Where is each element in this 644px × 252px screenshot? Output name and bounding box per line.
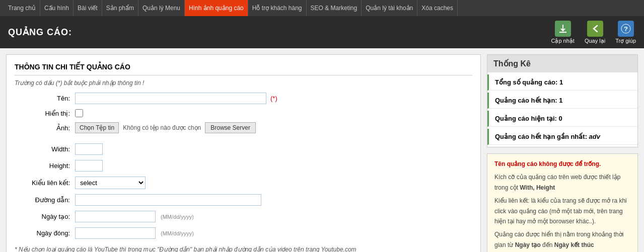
nearest-value: adv bbox=[589, 133, 600, 140]
svg-text:?: ? bbox=[624, 25, 628, 33]
stats-item-expired: Quảng cáo hết hạn: 1 bbox=[487, 93, 637, 109]
ten-input[interactable] bbox=[75, 93, 266, 104]
required-note: Trường có dấu (*) bắt buộc phải nhập thô… bbox=[15, 79, 472, 87]
ngay-dong-field: (MM/dd/yyyy) bbox=[75, 227, 472, 239]
sidebar: Thống Kê Tổng số quảng cáo: 1 Quảng cáo … bbox=[487, 54, 638, 252]
hien-thi-label: Hiển thị: bbox=[15, 110, 75, 117]
width-input[interactable] bbox=[75, 143, 103, 155]
header-bar: QUẢNG CÁO: Cập nhật Quay lại bbox=[0, 16, 644, 48]
width-field bbox=[75, 143, 472, 155]
ten-row: Tên: (*) bbox=[15, 93, 472, 104]
info-item-3: Quảng cáo được hiển thị nằm trong khoảng… bbox=[494, 229, 630, 250]
kieu-lien-ket-select[interactable]: select Trang mới Trang hiện tại bbox=[75, 177, 146, 189]
header-actions: Cập nhật Quay lại ? Trợ giúp bbox=[551, 21, 636, 44]
nav-trang-chu[interactable]: Trang chủ bbox=[4, 0, 40, 16]
width-label: Width: bbox=[15, 145, 75, 153]
ngay-tao-row: Ngày tạo: (MM/dd/yyyy) bbox=[15, 211, 472, 222]
ngay-dong-row: Ngày đóng: (MM/dd/yyyy) bbox=[15, 227, 472, 239]
anh-row: Ảnh: Chọn Tệp tin Không có tệp nào được … bbox=[15, 122, 472, 133]
ngay-dong-label: Ngày đóng: bbox=[15, 229, 75, 237]
nav-xoa-caches[interactable]: Xóa caches bbox=[417, 0, 458, 16]
help-icon: ? bbox=[618, 21, 634, 37]
hien-thi-checkbox[interactable] bbox=[75, 109, 83, 117]
kieu-lien-ket-field: select Trang mới Trang hiện tại bbox=[75, 177, 472, 189]
browse-server-button[interactable]: Browse Server bbox=[205, 122, 256, 133]
back-button[interactable]: Quay lại bbox=[585, 21, 605, 44]
nav-seo[interactable]: SEO & Marketing bbox=[307, 0, 362, 16]
info-item-2: Kiểu liên kết: là kiểu của trang sẽ được… bbox=[494, 196, 630, 226]
height-field bbox=[75, 160, 472, 172]
footer-note: * Nếu chọn loại quảng cáo là YouTube thì… bbox=[15, 246, 472, 252]
update-button[interactable]: Cập nhật bbox=[551, 21, 575, 44]
stats-item-total: Tổng số quảng cáo: 1 bbox=[487, 74, 637, 91]
hien-thi-row: Hiển thị: bbox=[15, 109, 472, 117]
help-button[interactable]: ? Trợ giúp bbox=[615, 21, 636, 44]
height-input[interactable] bbox=[75, 160, 103, 172]
kieu-lien-ket-row: Kiểu liên kết: select Trang mới Trang hi… bbox=[15, 177, 472, 189]
ngay-tao-label: Ngày tạo: bbox=[15, 213, 75, 220]
svg-rect-0 bbox=[559, 32, 566, 33]
info-item-0: Tên quảng cáo không được để trống. bbox=[494, 159, 630, 169]
hien-thi-field bbox=[75, 109, 472, 117]
height-label: Height: bbox=[15, 162, 75, 170]
duong-dan-field bbox=[75, 194, 472, 206]
stats-item-current: Quảng cáo hiện tại: 0 bbox=[487, 111, 637, 127]
height-row: Height: bbox=[15, 160, 472, 172]
nav-ho-tro[interactable]: Hỗ trợ khách hàng bbox=[248, 0, 307, 16]
update-icon bbox=[555, 21, 571, 37]
anh-label: Ảnh: bbox=[15, 124, 75, 132]
form-title: THÔNG TIN CHI TIẾT QUẢNG CÁO bbox=[15, 63, 472, 75]
ngay-tao-field: (MM/dd/yyyy) bbox=[75, 211, 472, 222]
ngay-tao-input[interactable] bbox=[75, 211, 156, 222]
back-icon bbox=[587, 21, 603, 37]
form-panel: THÔNG TIN CHI TIẾT QUẢNG CÁO Trường có d… bbox=[6, 54, 481, 252]
ten-field: (*) bbox=[75, 93, 472, 104]
stats-title: Thống Kê bbox=[487, 55, 637, 72]
no-file-text: Không có tệp nào được chọn bbox=[123, 124, 201, 131]
page-title: QUẢNG CÁO: bbox=[8, 27, 72, 38]
stats-item-nearest: Quảng cáo hết hạn gần nhất: adv bbox=[487, 129, 637, 145]
choose-file-button[interactable]: Chọn Tệp tin bbox=[75, 122, 119, 133]
duong-dan-row: Đường dẫn: bbox=[15, 194, 472, 206]
ten-required: (*) bbox=[270, 95, 277, 102]
duong-dan-input[interactable] bbox=[75, 194, 261, 206]
nav-quan-ly-menu[interactable]: Quản lý Menu bbox=[138, 0, 185, 16]
ten-label: Tên: bbox=[15, 95, 75, 102]
main-layout: THÔNG TIN CHI TIẾT QUẢNG CÁO Trường có d… bbox=[0, 48, 644, 252]
ngay-dong-hint: (MM/dd/yyyy) bbox=[161, 230, 194, 236]
ngay-tao-hint: (MM/dd/yyyy) bbox=[161, 214, 194, 220]
anh-field: Chọn Tệp tin Không có tệp nào được chọn … bbox=[75, 122, 472, 133]
nav-san-pham[interactable]: Sản phẩm bbox=[102, 0, 138, 16]
info-item-1: Kích cỡ của quảng cáo trên web được thiế… bbox=[494, 172, 630, 193]
nav-hinh-anh-quang-cao[interactable]: Hình ảnh quảng cáo bbox=[185, 0, 248, 16]
duong-dan-label: Đường dẫn: bbox=[15, 196, 75, 204]
nav-cau-hinh[interactable]: Cấu hình bbox=[40, 0, 74, 16]
top-navigation: Trang chủ Cấu hình Bài viết Sản phẩm Quả… bbox=[0, 0, 644, 16]
ngay-dong-input[interactable] bbox=[75, 227, 156, 239]
stats-box: Thống Kê Tổng số quảng cáo: 1 Quảng cáo … bbox=[487, 54, 638, 147]
nav-bai-viet[interactable]: Bài viết bbox=[74, 0, 102, 16]
kieu-lien-ket-label: Kiểu liên kết: bbox=[15, 179, 75, 187]
info-box: Tên quảng cáo không được để trống. Kích … bbox=[487, 153, 638, 252]
nav-quan-ly-tai-khoan[interactable]: Quản lý tài khoản bbox=[362, 0, 417, 16]
width-row: Width: bbox=[15, 143, 472, 155]
